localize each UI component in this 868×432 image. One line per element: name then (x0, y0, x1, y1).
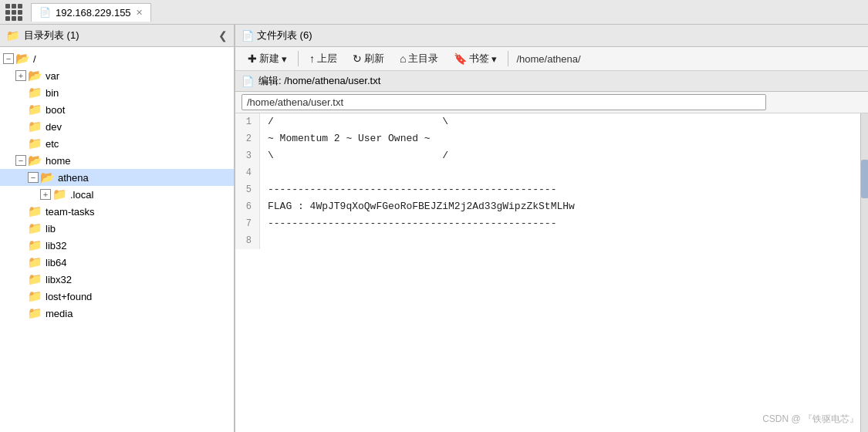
expand-icon-bin[interactable] (15, 87, 26, 98)
file-list-icon: 📄 (241, 30, 254, 42)
path-input[interactable] (241, 94, 766, 110)
folder-icon-etc: 📁 (28, 137, 42, 150)
expand-icon-local[interactable]: + (40, 189, 51, 200)
tree-node-boot[interactable]: 📁boot (0, 101, 234, 118)
right-panel-header: 📄 文件列表 (6) (235, 25, 868, 47)
file-tree[interactable]: −📂/+📂var📁bin📁boot📁dev📁etc−📂home−📂athena+… (0, 47, 234, 432)
tree-node-home[interactable]: −📂home (0, 152, 234, 169)
folder-icon-team-tasks: 📁 (28, 204, 42, 218)
tree-label-lib64: lib64 (46, 257, 66, 268)
scroll-thumb[interactable] (861, 160, 868, 198)
tree-node-bin[interactable]: 📁bin (0, 84, 234, 101)
code-line-8: 8 (235, 232, 860, 249)
bookmark-icon: 🔖 (454, 52, 467, 65)
editor-file-icon: 📄 (241, 76, 254, 87)
path-bar (235, 92, 868, 113)
tree-node-lib[interactable]: 📁lib (0, 220, 234, 237)
tree-label-local: .local (70, 189, 93, 201)
scroll-strip[interactable] (860, 113, 868, 432)
tree-node-dev[interactable]: 📁dev (0, 118, 234, 135)
line-content-3: \ / (260, 147, 448, 164)
expand-icon-lost+found[interactable] (15, 291, 26, 302)
tab-icon: 📄 (39, 7, 51, 18)
expand-icon-var[interactable]: + (15, 70, 26, 81)
expand-icon-lib32[interactable] (15, 240, 26, 251)
collapse-button[interactable]: ❮ (218, 29, 228, 42)
folder-icon-athena: 📂 (40, 170, 55, 184)
expand-icon-media[interactable] (15, 308, 26, 319)
tree-node-lib32[interactable]: 📁lib32 (0, 237, 234, 254)
expand-icon-home[interactable]: − (15, 155, 26, 166)
folder-icon-root: 📂 (15, 52, 30, 66)
code-line-1: 1/ \ (235, 113, 860, 130)
separator-2 (508, 51, 508, 66)
bookmark-dropdown-icon: ▾ (491, 53, 497, 65)
bookmark-button[interactable]: 🔖 书签 ▾ (448, 49, 503, 68)
left-header-left: 📁 目录列表 (1) (6, 29, 79, 42)
tree-node-root[interactable]: −📂/ (0, 50, 234, 67)
line-number-6: 6 (235, 198, 260, 215)
line-number-3: 3 (235, 147, 260, 164)
up-button[interactable]: ↑ 上层 (303, 49, 343, 68)
refresh-button[interactable]: ↻ 刷新 (346, 49, 390, 68)
new-dropdown-icon: ▾ (282, 53, 287, 65)
folder-icon-var: 📂 (28, 69, 42, 83)
title-bar: 📄 192.168.229.155 ✕ (0, 0, 868, 25)
expand-icon-dev[interactable] (15, 121, 26, 132)
expand-icon-team-tasks[interactable] (15, 206, 26, 217)
left-panel-title: 目录列表 (1) (24, 29, 79, 42)
expand-icon-etc[interactable] (15, 138, 26, 149)
tree-node-team-tasks[interactable]: 📁team-tasks (0, 203, 234, 220)
watermark: CSDN @ 『铁驱电芯』 (762, 413, 859, 426)
app-icon (6, 5, 22, 20)
tree-label-libx32: libx32 (46, 274, 72, 285)
home-label: 主目录 (408, 52, 438, 66)
current-path: /home/athena/ (513, 53, 580, 65)
tab-label: 192.168.229.155 (56, 7, 131, 19)
tree-label-boot: boot (46, 104, 65, 116)
expand-icon-lib[interactable] (15, 223, 26, 234)
expand-icon-libx32[interactable] (15, 274, 26, 285)
tree-node-var[interactable]: +📂var (0, 67, 234, 84)
folder-icon-boot: 📁 (28, 103, 42, 116)
folder-icon-lib64: 📁 (28, 255, 42, 269)
tree-label-home: home (46, 155, 71, 167)
folder-icon-bin: 📁 (28, 86, 42, 100)
tree-label-media: media (46, 308, 73, 319)
tree-node-libx32[interactable]: 📁libx32 (0, 271, 234, 288)
code-line-7: 7---------------------------------------… (235, 215, 860, 232)
line-content-1: / \ (260, 113, 448, 130)
code-line-4: 4 (235, 164, 860, 181)
tree-node-etc[interactable]: 📁etc (0, 135, 234, 152)
tree-node-media[interactable]: 📁media (0, 305, 234, 322)
folder-icon-lib32: 📁 (28, 238, 42, 252)
home-icon: ⌂ (400, 52, 406, 65)
line-number-1: 1 (235, 113, 260, 130)
up-icon: ↑ (309, 52, 315, 65)
folder-icon-dev: 📁 (28, 120, 42, 133)
main-layout: 📁 目录列表 (1) ❮ −📂/+📂var📁bin📁boot📁dev📁etc−📂… (0, 25, 868, 432)
expand-icon-lib64[interactable] (15, 257, 26, 268)
editor-bar: 📄 编辑: /home/athena/user.txt (235, 71, 868, 92)
expand-icon-athena[interactable]: − (28, 172, 39, 183)
tree-node-local[interactable]: +📁.local (0, 186, 234, 203)
tree-label-lib: lib (46, 223, 56, 235)
tree-node-lost+found[interactable]: 📁lost+found (0, 288, 234, 305)
expand-icon-root[interactable]: − (3, 53, 14, 64)
tree-node-athena[interactable]: −📂athena (0, 169, 234, 186)
tree-node-lib64[interactable]: 📁lib64 (0, 254, 234, 271)
tree-label-var: var (46, 70, 59, 82)
editor-area: 1/ \2~ Momentum 2 ~ User Owned ~3\ /45--… (235, 113, 868, 432)
folder-icon-media: 📁 (28, 306, 42, 320)
expand-icon-boot[interactable] (15, 104, 26, 115)
folder-icon-libx32: 📁 (28, 272, 42, 286)
bookmark-label: 书签 (469, 52, 489, 66)
editor-bar-label: 编辑: /home/athena/user.txt (258, 74, 380, 88)
tab-close-icon[interactable]: ✕ (136, 8, 143, 18)
title-tab[interactable]: 📄 192.168.229.155 ✕ (31, 3, 151, 22)
code-line-6: 6FLAG : 4WpJT9qXoQwFGeoRoFBEJZiM2j2Ad33g… (235, 198, 860, 215)
new-button[interactable]: ✚ 新建 ▾ (241, 49, 293, 68)
code-line-2: 2~ Momentum 2 ~ User Owned ~ (235, 130, 860, 147)
line-content-2: ~ Momentum 2 ~ User Owned ~ (260, 130, 431, 147)
home-button[interactable]: ⌂ 主目录 (393, 49, 444, 68)
